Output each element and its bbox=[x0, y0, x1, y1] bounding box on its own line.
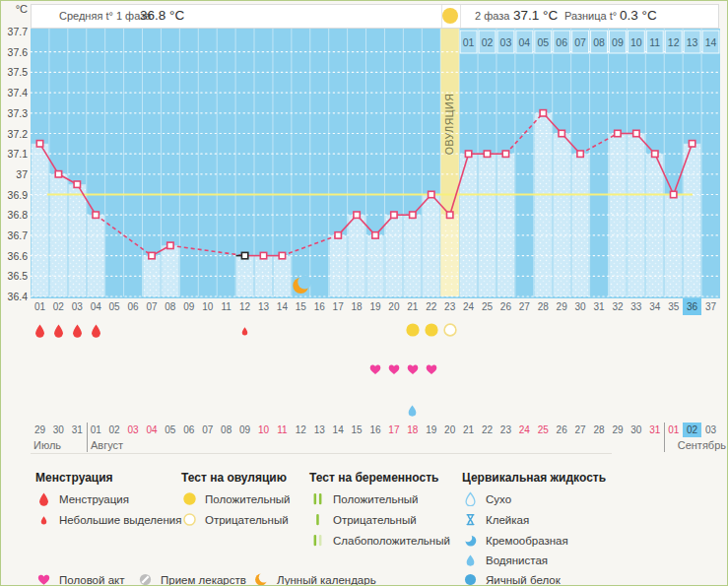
date-cell-23[interactable]: 20 bbox=[440, 423, 459, 437]
date-cell-9[interactable]: 06 bbox=[179, 423, 198, 437]
svg-text:06: 06 bbox=[556, 36, 567, 48]
date-cell-26[interactable]: 23 bbox=[496, 423, 515, 437]
day-cell-05[interactable]: 05 bbox=[105, 298, 124, 315]
date-cell-15[interactable]: 12 bbox=[292, 423, 310, 437]
date-cell-22[interactable]: 19 bbox=[422, 423, 440, 437]
legend-divider bbox=[31, 453, 612, 454]
day-cell-29[interactable]: 29 bbox=[553, 298, 571, 315]
temp-bar bbox=[69, 184, 86, 296]
date-cell-29[interactable]: 26 bbox=[553, 423, 571, 437]
month-label-july: Июль bbox=[33, 439, 61, 451]
temp-marker bbox=[447, 212, 453, 218]
day-cell-06[interactable]: 06 bbox=[124, 298, 143, 315]
temp-bar bbox=[535, 113, 552, 296]
day-cell-15[interactable]: 15 bbox=[292, 298, 310, 315]
day-cell-03[interactable]: 03 bbox=[68, 298, 87, 315]
ovulation-test-positive-icon bbox=[403, 319, 422, 341]
y-axis-tick: 37.3 bbox=[1, 107, 28, 119]
y-axis-tick: 36.4 bbox=[1, 291, 28, 302]
day-cell-08[interactable]: 08 bbox=[161, 298, 179, 315]
day-cell-33[interactable]: 33 bbox=[627, 298, 645, 315]
date-cell-4[interactable]: 01 bbox=[87, 423, 105, 437]
svg-text:04: 04 bbox=[519, 36, 531, 48]
date-cell-2[interactable]: 30 bbox=[49, 423, 68, 437]
date-cell-17[interactable]: 14 bbox=[329, 423, 348, 437]
date-cell-25[interactable]: 22 bbox=[478, 423, 496, 437]
day-cell-24[interactable]: 24 bbox=[459, 298, 478, 315]
temp-marker bbox=[671, 191, 677, 197]
date-cell-33[interactable]: 30 bbox=[627, 423, 645, 437]
day-cell-13[interactable]: 13 bbox=[254, 298, 273, 315]
y-axis-tick: 36.5 bbox=[1, 270, 28, 282]
date-cell-28[interactable]: 25 bbox=[534, 423, 553, 437]
bbt-plot[interactable]: 0102030405060708091011121314ОВУЛЯЦИЯ bbox=[31, 29, 720, 298]
temp-marker bbox=[74, 181, 80, 187]
date-cell-8[interactable]: 05 bbox=[161, 423, 179, 437]
day-cell-28[interactable]: 28 bbox=[534, 298, 553, 315]
day-cell-09[interactable]: 09 bbox=[179, 298, 198, 315]
date-cell-5[interactable]: 02 bbox=[105, 423, 124, 437]
day-cell-02[interactable]: 02 bbox=[49, 298, 68, 315]
intercourse-icon bbox=[384, 360, 403, 378]
day-cell-10[interactable]: 10 bbox=[198, 298, 217, 315]
date-cell-36[interactable]: 02 bbox=[683, 423, 701, 437]
svg-text:05: 05 bbox=[537, 36, 549, 48]
day-cell-36[interactable]: 36 bbox=[683, 298, 701, 315]
date-cell-19[interactable]: 16 bbox=[366, 423, 385, 437]
date-cell-1[interactable]: 29 bbox=[31, 423, 49, 437]
day-cell-21[interactable]: 21 bbox=[403, 298, 422, 315]
date-cell-30[interactable]: 27 bbox=[571, 423, 590, 437]
temp-marker bbox=[93, 212, 99, 218]
day-cell-25[interactable]: 25 bbox=[478, 298, 496, 315]
day-cell-14[interactable]: 14 bbox=[273, 298, 292, 315]
temp-bar bbox=[646, 154, 663, 296]
date-cell-37[interactable]: 03 bbox=[701, 423, 720, 437]
date-cell-35[interactable]: 01 bbox=[664, 423, 683, 437]
day-cell-19[interactable]: 19 bbox=[366, 298, 385, 315]
day-cell-30[interactable]: 30 bbox=[571, 298, 590, 315]
day-cell-01[interactable]: 01 bbox=[31, 298, 49, 315]
date-cell-31[interactable]: 28 bbox=[590, 423, 609, 437]
date-cell-10[interactable]: 07 bbox=[198, 423, 217, 437]
y-axis-tick: 37 bbox=[1, 168, 28, 180]
date-cell-3[interactable]: 31 bbox=[68, 423, 87, 437]
day-cell-04[interactable]: 04 bbox=[87, 298, 105, 315]
date-cell-18[interactable]: 15 bbox=[348, 423, 366, 437]
date-cell-20[interactable]: 17 bbox=[384, 423, 403, 437]
date-cell-12[interactable]: 09 bbox=[235, 423, 254, 437]
date-cell-21[interactable]: 18 bbox=[403, 423, 422, 437]
day-cell-35[interactable]: 35 bbox=[664, 298, 683, 315]
date-cell-11[interactable]: 08 bbox=[217, 423, 235, 437]
day-cell-37[interactable]: 37 bbox=[701, 298, 720, 315]
day-cell-20[interactable]: 20 bbox=[384, 298, 403, 315]
day-cell-23[interactable]: 23 bbox=[440, 298, 459, 315]
day-cell-16[interactable]: 16 bbox=[310, 298, 329, 315]
temp-marker bbox=[260, 252, 266, 258]
month-label-august: Август bbox=[91, 439, 123, 451]
date-cell-34[interactable]: 31 bbox=[645, 423, 664, 437]
date-cell-7[interactable]: 04 bbox=[143, 423, 162, 437]
day-cell-11[interactable]: 11 bbox=[217, 298, 235, 315]
date-cell-14[interactable]: 11 bbox=[273, 423, 292, 437]
temp-marker bbox=[465, 151, 471, 157]
day-cell-34[interactable]: 34 bbox=[645, 298, 664, 315]
date-cell-16[interactable]: 13 bbox=[310, 423, 329, 437]
date-cell-24[interactable]: 21 bbox=[459, 423, 478, 437]
date-cell-32[interactable]: 29 bbox=[608, 423, 627, 437]
day-cell-31[interactable]: 31 bbox=[590, 298, 609, 315]
day-cell-17[interactable]: 17 bbox=[329, 298, 348, 315]
day-cell-32[interactable]: 32 bbox=[608, 298, 627, 315]
day-cell-26[interactable]: 26 bbox=[496, 298, 515, 315]
day-cell-22[interactable]: 22 bbox=[422, 298, 440, 315]
date-cell-27[interactable]: 24 bbox=[515, 423, 534, 437]
menstruation-icon bbox=[87, 319, 105, 341]
date-cell-13[interactable]: 10 bbox=[254, 423, 273, 437]
day-cell-12[interactable]: 12 bbox=[235, 298, 254, 315]
day-cell-07[interactable]: 07 bbox=[143, 298, 162, 315]
drop-large-icon bbox=[35, 491, 51, 506]
day-cell-27[interactable]: 27 bbox=[515, 298, 534, 315]
y-axis-tick: 37.7 bbox=[1, 26, 28, 37]
day-cell-18[interactable]: 18 bbox=[348, 298, 366, 315]
ovulation-label: ОВУЛЯЦИЯ bbox=[443, 94, 455, 156]
date-cell-6[interactable]: 03 bbox=[124, 423, 143, 437]
